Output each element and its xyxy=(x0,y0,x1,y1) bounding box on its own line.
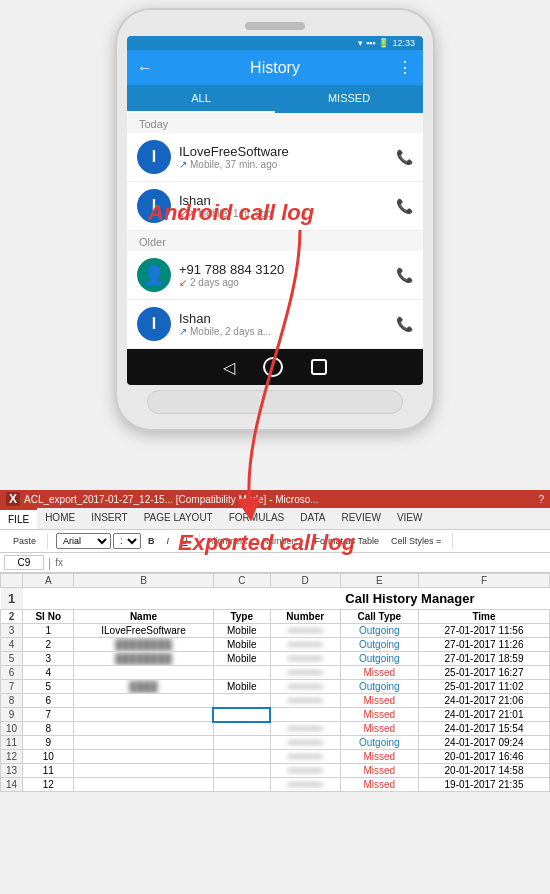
underline-button[interactable]: U xyxy=(176,533,193,549)
back-nav-button[interactable]: ◁ xyxy=(223,358,235,377)
cell-number[interactable]: •••••••••• xyxy=(270,750,340,764)
cell-name[interactable] xyxy=(74,694,213,708)
cell-si[interactable]: 6 xyxy=(23,694,74,708)
cell-time[interactable]: 27-01-2017 11:56 xyxy=(419,624,550,638)
cell-styles-button[interactable]: Cell Styles = xyxy=(386,533,446,549)
cell-name[interactable] xyxy=(74,750,213,764)
cell-time[interactable]: 24-01-2017 15:54 xyxy=(419,722,550,736)
cell-number[interactable]: •••••••••• xyxy=(270,778,340,792)
cell-si[interactable]: 12 xyxy=(23,778,74,792)
cell-type[interactable] xyxy=(213,764,270,778)
cell-number[interactable]: •••••••••• xyxy=(270,652,340,666)
phone-icon-1[interactable]: 📞 xyxy=(396,149,413,165)
cell-type[interactable] xyxy=(213,778,270,792)
cell-si[interactable]: 5 xyxy=(23,680,74,694)
menu-data[interactable]: DATA xyxy=(292,508,333,529)
cell-name[interactable]: ████████ xyxy=(74,638,213,652)
call-item-3[interactable]: 👤 +91 788 884 3120 ↙ 2 days ago 📞 xyxy=(127,251,423,300)
cell-name[interactable] xyxy=(74,778,213,792)
cell-number[interactable] xyxy=(270,708,340,722)
paste-button[interactable]: Paste xyxy=(8,533,41,549)
cell-name[interactable]: ████ xyxy=(74,680,213,694)
phone-icon-4[interactable]: 📞 xyxy=(396,316,413,332)
cell-reference-input[interactable] xyxy=(4,555,44,570)
col-f[interactable]: F xyxy=(419,574,550,588)
col-d[interactable]: D xyxy=(270,574,340,588)
cell-type[interactable] xyxy=(213,750,270,764)
cell-type-selected[interactable] xyxy=(213,708,270,722)
italic-button[interactable]: I xyxy=(162,533,175,549)
more-options-icon[interactable]: ⋮ xyxy=(397,58,413,77)
phone-home-physical[interactable] xyxy=(147,390,403,414)
cell-call-type[interactable]: Missed xyxy=(340,708,418,722)
phone-icon-2[interactable]: 📞 xyxy=(396,198,413,214)
cell-name[interactable] xyxy=(74,722,213,736)
cell-type[interactable] xyxy=(213,722,270,736)
cell-time[interactable]: 20-01-2017 14:58 xyxy=(419,764,550,778)
cell-si[interactable]: 2 xyxy=(23,638,74,652)
cell-time[interactable]: 27-01-2017 11:26 xyxy=(419,638,550,652)
cell-si[interactable]: 7 xyxy=(23,708,74,722)
cell-type[interactable]: Mobile xyxy=(213,638,270,652)
cell-call-type[interactable]: Missed xyxy=(340,764,418,778)
font-name-select[interactable]: Arial xyxy=(56,533,111,549)
cell-number[interactable]: •••••••••• xyxy=(270,764,340,778)
cell-time[interactable]: 27-01-2017 18:59 xyxy=(419,652,550,666)
cell-type[interactable]: Mobile xyxy=(213,652,270,666)
cell-time[interactable]: 25-01-2017 11:02 xyxy=(419,680,550,694)
col-e[interactable]: E xyxy=(340,574,418,588)
cell-call-type[interactable]: Outgoing xyxy=(340,624,418,638)
cell-number[interactable]: •••••••••• xyxy=(270,666,340,680)
menu-formulas[interactable]: FORMULAS xyxy=(221,508,293,529)
cell-number[interactable]: •••••••••• xyxy=(270,680,340,694)
call-item-4[interactable]: I Ishan ↗ Mobile, 2 days a... 📞 xyxy=(127,300,423,349)
cell-time[interactable]: 19-01-2017 21:35 xyxy=(419,778,550,792)
call-item-1[interactable]: I ILoveFreeSoftware ↗ Mobile, 37 min. ag… xyxy=(127,133,423,182)
help-icon[interactable]: ? xyxy=(538,494,544,505)
cell-call-type[interactable]: Missed xyxy=(340,778,418,792)
phone-icon-3[interactable]: 📞 xyxy=(396,267,413,283)
cell-call-type[interactable]: Outgoing xyxy=(340,652,418,666)
cell-number[interactable]: •••••••••• xyxy=(270,694,340,708)
cell-time[interactable]: 24-01-2017 09:24 xyxy=(419,736,550,750)
cell-type[interactable] xyxy=(213,694,270,708)
cell-name[interactable]: ILoveFreeSoftware xyxy=(74,624,213,638)
format-as-table-button[interactable]: Format as Table xyxy=(310,533,384,549)
cell-time[interactable]: 24-01-2017 21:01 xyxy=(419,708,550,722)
recents-nav-button[interactable] xyxy=(311,359,327,375)
cell-name[interactable] xyxy=(74,666,213,680)
call-item-2[interactable]: I Ishan ↙↗ Mobile, 1 hr. ago 📞 xyxy=(127,182,423,231)
cell-si[interactable]: 9 xyxy=(23,736,74,750)
cell-type[interactable] xyxy=(213,736,270,750)
cell-name[interactable] xyxy=(74,736,213,750)
cell-time[interactable]: 24-01-2017 21:06 xyxy=(419,694,550,708)
cell-name[interactable] xyxy=(74,764,213,778)
cell-call-type[interactable]: Missed xyxy=(340,722,418,736)
cell-call-type[interactable]: Outgoing xyxy=(340,680,418,694)
menu-view[interactable]: VIEW xyxy=(389,508,431,529)
cell-si[interactable]: 8 xyxy=(23,722,74,736)
cell-si[interactable]: 1 xyxy=(23,624,74,638)
cell-call-type[interactable]: Outgoing xyxy=(340,736,418,750)
cell-si[interactable]: 4 xyxy=(23,666,74,680)
cell-number[interactable]: •••••••••• xyxy=(270,736,340,750)
cell-type[interactable]: Mobile xyxy=(213,680,270,694)
cell-call-type[interactable]: Missed xyxy=(340,694,418,708)
cell-call-type[interactable]: Missed xyxy=(340,666,418,680)
cell-number[interactable]: •••••••••• xyxy=(270,638,340,652)
bold-button[interactable]: B xyxy=(143,533,160,549)
cell-si[interactable]: 10 xyxy=(23,750,74,764)
menu-file[interactable]: FILE xyxy=(0,508,37,529)
back-button[interactable]: ← xyxy=(137,59,153,77)
tab-all[interactable]: ALL xyxy=(127,85,275,113)
col-c[interactable]: C xyxy=(213,574,270,588)
menu-review[interactable]: REVIEW xyxy=(333,508,388,529)
menu-page-layout[interactable]: PAGE LAYOUT xyxy=(136,508,221,529)
col-a[interactable]: A xyxy=(23,574,74,588)
menu-insert[interactable]: INSERT xyxy=(83,508,136,529)
cell-type[interactable]: Mobile xyxy=(213,624,270,638)
formula-input[interactable] xyxy=(67,557,546,568)
cell-si[interactable]: 11 xyxy=(23,764,74,778)
cell-time[interactable]: 25-01-2017 16:27 xyxy=(419,666,550,680)
cell-number[interactable]: •••••••••• xyxy=(270,722,340,736)
